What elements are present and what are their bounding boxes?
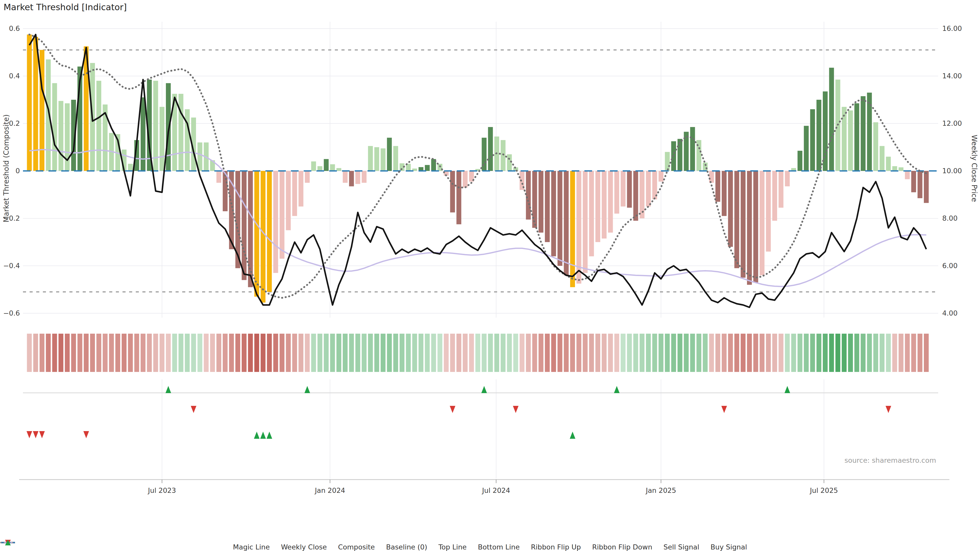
indicator-bar xyxy=(918,171,922,198)
ribbon-flip-down-marker xyxy=(191,406,197,413)
right-tick-label: 12.00 xyxy=(942,119,962,127)
indicator-bar xyxy=(627,171,632,208)
left-axis-title: Market Threshold (Composite) xyxy=(2,114,11,222)
ribbon-cell xyxy=(457,333,461,372)
legend-item-baseline-0-: Baseline (0) xyxy=(386,543,427,551)
indicator-bar xyxy=(709,171,714,183)
triangle-up-icon xyxy=(0,539,16,546)
ribbon-cell xyxy=(892,333,897,372)
indicator-bar xyxy=(374,147,379,171)
indicator-bar xyxy=(772,171,777,221)
ribbon-cell xyxy=(620,333,625,372)
ribbon-cell xyxy=(520,333,525,372)
ribbon-cell xyxy=(280,333,285,372)
indicator-bar xyxy=(457,171,461,224)
indicator-bar xyxy=(545,171,550,242)
ribbon-cell xyxy=(381,333,386,372)
x-tick-label: Jan 2025 xyxy=(646,486,676,494)
indicator-bar xyxy=(646,171,651,206)
indicator-bar xyxy=(760,171,765,275)
ribbon-cell xyxy=(40,333,45,372)
ribbon-cell xyxy=(311,333,316,372)
ribbon-cell xyxy=(570,333,575,372)
ribbon-cell xyxy=(387,333,392,372)
indicator-bar xyxy=(179,94,183,171)
x-tick-label: Jul 2025 xyxy=(810,486,838,494)
ribbon-cell xyxy=(924,333,929,372)
ribbon-cell xyxy=(873,333,878,372)
ribbon-cell xyxy=(191,333,196,372)
ribbon-cell xyxy=(97,333,101,372)
legend-item-bottom-line: Bottom Line xyxy=(478,543,520,551)
legend-item-weekly-close: Weekly Close xyxy=(281,543,327,551)
ribbon-cell xyxy=(255,333,259,372)
indicator-bar xyxy=(532,171,537,228)
ribbon-cell xyxy=(791,333,796,372)
ribbon-cell xyxy=(425,333,430,372)
indicator-bar xyxy=(583,171,588,273)
signal-panel xyxy=(23,380,938,478)
ribbon-cell xyxy=(400,333,404,372)
left-tick-label: 0 xyxy=(16,167,20,175)
indicator-bar xyxy=(873,122,878,171)
indicator-bar xyxy=(779,171,783,208)
indicator-bar xyxy=(355,171,360,184)
indicator-bar xyxy=(892,166,897,171)
left-tick-label: 0.6 xyxy=(9,24,20,32)
indicator-bar xyxy=(463,171,468,187)
ribbon-cell xyxy=(115,333,120,372)
ribbon-cell xyxy=(122,333,127,372)
indicator-bar xyxy=(59,101,63,171)
indicator-bar xyxy=(368,146,373,171)
ribbon-cell xyxy=(532,333,537,372)
trade-signal-row xyxy=(27,431,576,439)
indicator-bar xyxy=(703,162,708,171)
indicator-bar xyxy=(450,171,455,213)
ribbon-cell xyxy=(185,333,189,372)
indicator-bar xyxy=(880,146,885,171)
indicator-bar xyxy=(753,171,758,283)
ribbon-cell xyxy=(640,333,644,372)
ribbon-cell xyxy=(816,333,821,372)
x-axis: Jul 2023Jan 2024Jul 2024Jan 2025Jul 2025 xyxy=(19,480,950,494)
ribbon-cell xyxy=(476,333,480,372)
ribbon-cell xyxy=(431,333,436,372)
indicator-bar xyxy=(273,171,278,273)
ribbon-cell xyxy=(633,333,638,372)
right-tick-label: 4.00 xyxy=(942,309,958,317)
ribbon-flip-down-marker xyxy=(513,406,519,413)
ribbon-cell xyxy=(406,333,411,372)
ribbon-cell xyxy=(147,333,152,372)
left-tick-label: 0.4 xyxy=(9,72,20,80)
ribbon-cell xyxy=(210,333,215,372)
ribbon-cell xyxy=(735,333,739,372)
ribbon-cell xyxy=(134,333,139,372)
x-tick-label: Jul 2024 xyxy=(482,486,510,494)
left-tick-label: −0.4 xyxy=(3,262,20,270)
ribbon-cell xyxy=(444,333,449,372)
ribbon-cell xyxy=(267,333,272,372)
chart-title: Market Threshold [Indicator] xyxy=(3,2,127,12)
indicator-bar xyxy=(286,171,291,230)
ribbon-cell xyxy=(652,333,657,372)
legend-label: Composite xyxy=(338,543,375,551)
ribbon-cell xyxy=(646,333,651,372)
buy-signal-marker xyxy=(254,432,259,439)
sell-signal-marker xyxy=(83,431,89,438)
ribbon-cell xyxy=(343,333,348,372)
ribbon-cell xyxy=(772,333,777,372)
legend-item-top-line: Top Line xyxy=(438,543,466,551)
ribbon-cell xyxy=(886,333,891,372)
legend-label: Top Line xyxy=(438,543,466,551)
indicator-bar xyxy=(52,83,57,171)
indicator-bar xyxy=(343,171,348,183)
indicator-bar xyxy=(185,109,189,171)
ribbon-cell xyxy=(216,333,221,372)
indicator-bar xyxy=(507,154,512,171)
ribbon-flip-down-marker xyxy=(886,406,891,413)
indicator-bar xyxy=(595,171,600,242)
ribbon-cell xyxy=(33,333,38,372)
indicator-bar xyxy=(267,171,272,292)
ribbon-cell xyxy=(197,333,202,372)
sell-signal-marker xyxy=(39,431,45,438)
